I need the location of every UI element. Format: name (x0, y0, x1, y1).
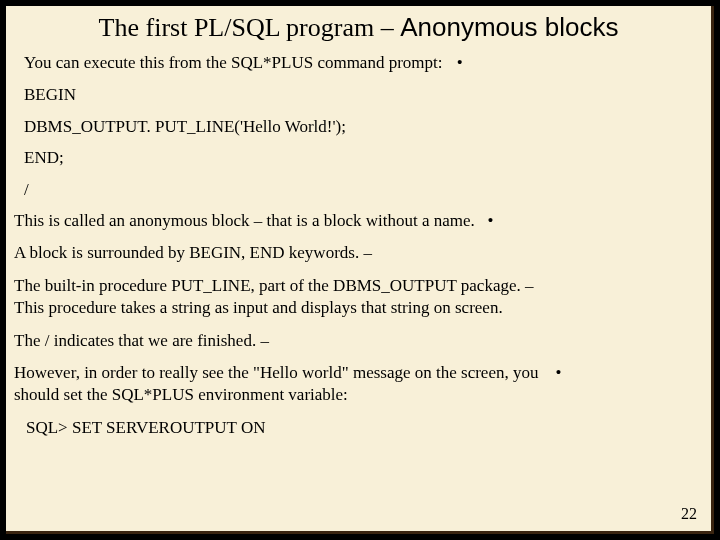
however-line-2: should set the SQL*PLUS environment vari… (14, 385, 703, 405)
however-text-1: However, in order to really see the "Hel… (14, 363, 538, 382)
putline-line-1: The built-in procedure PUT_LINE, part of… (14, 276, 703, 296)
title-part1: The first PL/SQL program – (99, 13, 401, 42)
sql-command: SQL> SET SERVEROUTPUT ON (14, 418, 703, 438)
bullet-icon: • (447, 53, 463, 72)
slide-title: The first PL/SQL program – Anonymous blo… (14, 12, 703, 43)
intro-text: You can execute this from the SQL*PLUS c… (24, 53, 443, 72)
bullet-icon: • (555, 363, 561, 382)
however-line: However, in order to really see the "Hel… (14, 363, 703, 383)
page-number: 22 (681, 505, 697, 523)
title-part2: Anonymous blocks (400, 12, 618, 42)
intro-line: You can execute this from the SQL*PLUS c… (14, 53, 703, 73)
putline-line-2: This procedure takes a string as input a… (14, 298, 703, 318)
bullet-icon: • (488, 211, 494, 230)
code-end: END; (14, 148, 703, 168)
anon-block-text: This is called an anonymous block – that… (14, 211, 475, 230)
begin-end-line: A block is surrounded by BEGIN, END keyw… (14, 243, 703, 263)
slide: The first PL/SQL program – Anonymous blo… (6, 6, 714, 534)
code-slash: / (14, 180, 703, 200)
slash-note-line: The / indicates that we are finished. – (14, 331, 703, 351)
code-putline: DBMS_OUTPUT. PUT_LINE('Hello World!'); (14, 117, 703, 137)
code-begin: BEGIN (14, 85, 703, 105)
anon-block-line: This is called an anonymous block – that… (14, 211, 703, 231)
